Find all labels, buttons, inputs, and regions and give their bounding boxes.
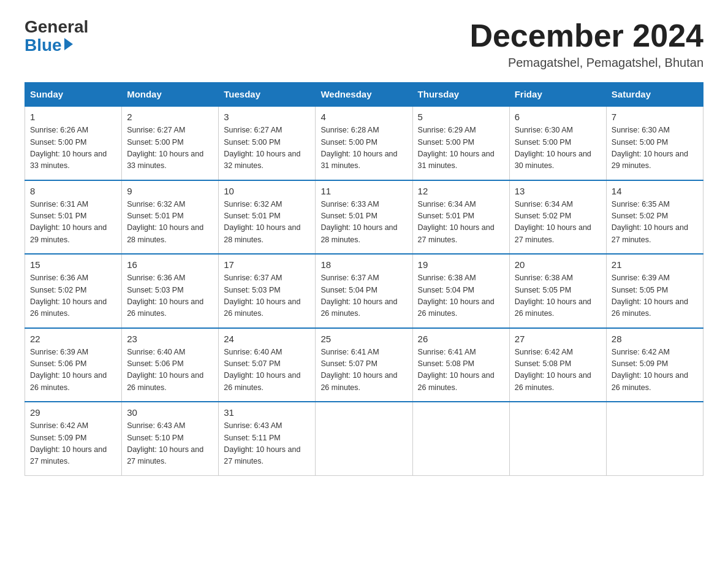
calendar-day-cell: 22 Sunrise: 6:39 AMSunset: 5:06 PMDaylig… (25, 328, 122, 402)
calendar-day-cell: 4 Sunrise: 6:28 AMSunset: 5:00 PMDayligh… (316, 106, 412, 180)
day-info: Sunrise: 6:42 AMSunset: 5:08 PMDaylight:… (515, 347, 601, 394)
day-info: Sunrise: 6:36 AMSunset: 5:02 PMDaylight:… (30, 272, 116, 320)
calendar-day-cell: 9 Sunrise: 6:32 AMSunset: 5:01 PMDayligh… (122, 180, 219, 255)
day-number: 13 (515, 186, 601, 196)
day-info: Sunrise: 6:33 AMSunset: 5:01 PMDaylight:… (320, 199, 407, 247)
calendar-day-cell: 26 Sunrise: 6:41 AMSunset: 5:08 PMDaylig… (412, 328, 509, 402)
day-number: 19 (418, 259, 504, 270)
calendar-week-row: 8 Sunrise: 6:31 AMSunset: 5:01 PMDayligh… (25, 180, 703, 255)
day-info: Sunrise: 6:32 AMSunset: 5:01 PMDaylight:… (224, 199, 310, 247)
calendar-day-cell: 15 Sunrise: 6:36 AMSunset: 5:02 PMDaylig… (25, 254, 122, 328)
calendar-day-cell: 16 Sunrise: 6:36 AMSunset: 5:03 PMDaylig… (122, 254, 219, 328)
day-number: 27 (515, 334, 601, 344)
day-number: 31 (224, 407, 310, 418)
calendar-day-cell: 10 Sunrise: 6:32 AMSunset: 5:01 PMDaylig… (219, 180, 316, 255)
calendar-day-cell: 8 Sunrise: 6:31 AMSunset: 5:01 PMDayligh… (25, 180, 122, 255)
calendar-day-cell: 30 Sunrise: 6:43 AMSunset: 5:10 PMDaylig… (122, 402, 219, 475)
calendar-day-cell: 13 Sunrise: 6:34 AMSunset: 5:02 PMDaylig… (509, 180, 606, 255)
day-info: Sunrise: 6:36 AMSunset: 5:03 PMDaylight:… (127, 272, 213, 320)
day-info: Sunrise: 6:41 AMSunset: 5:07 PMDaylight:… (320, 347, 407, 394)
day-number: 23 (127, 334, 213, 344)
calendar-day-cell (316, 402, 412, 475)
day-number: 22 (30, 334, 116, 344)
day-number: 12 (418, 186, 504, 196)
day-number: 8 (30, 186, 116, 196)
weekday-header-thursday: Thursday (412, 83, 509, 107)
calendar-day-cell: 29 Sunrise: 6:42 AMSunset: 5:09 PMDaylig… (25, 402, 122, 475)
calendar-week-row: 1 Sunrise: 6:26 AMSunset: 5:00 PMDayligh… (25, 106, 703, 180)
day-number: 10 (224, 186, 310, 196)
day-info: Sunrise: 6:34 AMSunset: 5:01 PMDaylight:… (418, 199, 504, 247)
calendar-day-cell: 11 Sunrise: 6:33 AMSunset: 5:01 PMDaylig… (316, 180, 412, 255)
weekday-header-wednesday: Wednesday (316, 83, 412, 107)
calendar-week-row: 29 Sunrise: 6:42 AMSunset: 5:09 PMDaylig… (25, 402, 703, 475)
logo-blue-text: Blue (25, 36, 73, 55)
day-number: 29 (30, 407, 116, 418)
day-info: Sunrise: 6:43 AMSunset: 5:10 PMDaylight:… (127, 420, 213, 468)
logo-triangle-icon (64, 38, 73, 50)
day-number: 18 (320, 259, 407, 270)
calendar-day-cell: 25 Sunrise: 6:41 AMSunset: 5:07 PMDaylig… (316, 328, 412, 402)
day-number: 11 (320, 186, 407, 196)
day-info: Sunrise: 6:39 AMSunset: 5:05 PMDaylight:… (612, 272, 698, 320)
weekday-header-monday: Monday (122, 83, 219, 107)
calendar-table: SundayMondayTuesdayWednesdayThursdayFrid… (25, 82, 703, 476)
calendar-day-cell: 31 Sunrise: 6:43 AMSunset: 5:11 PMDaylig… (219, 402, 316, 475)
calendar-day-cell: 6 Sunrise: 6:30 AMSunset: 5:00 PMDayligh… (509, 106, 606, 180)
day-info: Sunrise: 6:37 AMSunset: 5:03 PMDaylight:… (224, 272, 310, 320)
day-number: 2 (127, 112, 213, 122)
day-number: 28 (612, 334, 698, 344)
location-subtitle: Pemagatshel, Pemagatshel, Bhutan (469, 56, 703, 70)
weekday-header-sunday: Sunday (25, 83, 122, 107)
day-number: 30 (127, 407, 213, 418)
calendar-day-cell: 19 Sunrise: 6:38 AMSunset: 5:04 PMDaylig… (412, 254, 509, 328)
calendar-day-cell: 23 Sunrise: 6:40 AMSunset: 5:06 PMDaylig… (122, 328, 219, 402)
calendar-header-row: SundayMondayTuesdayWednesdayThursdayFrid… (25, 83, 703, 107)
calendar-day-cell (412, 402, 509, 475)
logo-general-text: General (25, 18, 88, 36)
day-number: 15 (30, 259, 116, 270)
calendar-day-cell: 24 Sunrise: 6:40 AMSunset: 5:07 PMDaylig… (219, 328, 316, 402)
day-info: Sunrise: 6:40 AMSunset: 5:07 PMDaylight:… (224, 347, 310, 394)
day-info: Sunrise: 6:42 AMSunset: 5:09 PMDaylight:… (612, 347, 698, 394)
day-number: 7 (612, 112, 698, 122)
day-info: Sunrise: 6:31 AMSunset: 5:01 PMDaylight:… (30, 199, 116, 247)
day-number: 6 (515, 112, 601, 122)
day-number: 20 (515, 259, 601, 270)
day-number: 21 (612, 259, 698, 270)
calendar-day-cell: 3 Sunrise: 6:27 AMSunset: 5:00 PMDayligh… (219, 106, 316, 180)
day-info: Sunrise: 6:43 AMSunset: 5:11 PMDaylight:… (224, 420, 310, 468)
day-info: Sunrise: 6:28 AMSunset: 5:00 PMDaylight:… (320, 124, 407, 172)
weekday-header-tuesday: Tuesday (219, 83, 316, 107)
day-info: Sunrise: 6:27 AMSunset: 5:00 PMDaylight:… (224, 124, 310, 172)
calendar-day-cell: 27 Sunrise: 6:42 AMSunset: 5:08 PMDaylig… (509, 328, 606, 402)
calendar-day-cell: 7 Sunrise: 6:30 AMSunset: 5:00 PMDayligh… (606, 106, 703, 180)
calendar-day-cell: 20 Sunrise: 6:38 AMSunset: 5:05 PMDaylig… (509, 254, 606, 328)
day-info: Sunrise: 6:32 AMSunset: 5:01 PMDaylight:… (127, 199, 213, 247)
day-number: 3 (224, 112, 310, 122)
day-info: Sunrise: 6:35 AMSunset: 5:02 PMDaylight:… (612, 199, 698, 247)
calendar-day-cell (509, 402, 606, 475)
calendar-week-row: 15 Sunrise: 6:36 AMSunset: 5:02 PMDaylig… (25, 254, 703, 328)
day-number: 24 (224, 334, 310, 344)
weekday-header-saturday: Saturday (606, 83, 703, 107)
day-info: Sunrise: 6:27 AMSunset: 5:00 PMDaylight:… (127, 124, 213, 172)
calendar-day-cell: 12 Sunrise: 6:34 AMSunset: 5:01 PMDaylig… (412, 180, 509, 255)
calendar-day-cell: 28 Sunrise: 6:42 AMSunset: 5:09 PMDaylig… (606, 328, 703, 402)
day-number: 25 (320, 334, 407, 344)
day-info: Sunrise: 6:39 AMSunset: 5:06 PMDaylight:… (30, 347, 116, 394)
day-info: Sunrise: 6:40 AMSunset: 5:06 PMDaylight:… (127, 347, 213, 394)
day-number: 4 (320, 112, 407, 122)
day-info: Sunrise: 6:41 AMSunset: 5:08 PMDaylight:… (418, 347, 504, 394)
day-info: Sunrise: 6:38 AMSunset: 5:04 PMDaylight:… (418, 272, 504, 320)
calendar-day-cell: 21 Sunrise: 6:39 AMSunset: 5:05 PMDaylig… (606, 254, 703, 328)
calendar-day-cell: 14 Sunrise: 6:35 AMSunset: 5:02 PMDaylig… (606, 180, 703, 255)
day-number: 9 (127, 186, 213, 196)
calendar-day-cell: 2 Sunrise: 6:27 AMSunset: 5:00 PMDayligh… (122, 106, 219, 180)
calendar-day-cell: 5 Sunrise: 6:29 AMSunset: 5:00 PMDayligh… (412, 106, 509, 180)
day-number: 16 (127, 259, 213, 270)
calendar-day-cell: 17 Sunrise: 6:37 AMSunset: 5:03 PMDaylig… (219, 254, 316, 328)
calendar-week-row: 22 Sunrise: 6:39 AMSunset: 5:06 PMDaylig… (25, 328, 703, 402)
day-info: Sunrise: 6:29 AMSunset: 5:00 PMDaylight:… (418, 124, 504, 172)
title-block: December 2024 Pemagatshel, Pemagatshel, … (469, 18, 703, 70)
